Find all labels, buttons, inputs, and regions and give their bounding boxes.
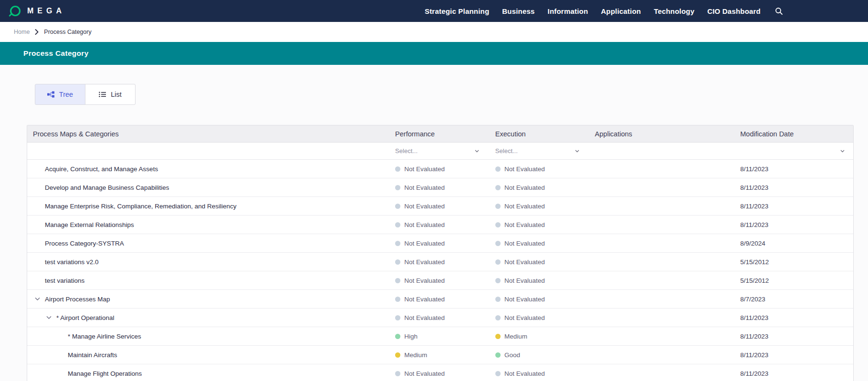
row-date: 8/11/2023 — [740, 165, 853, 173]
execution-filter-select[interactable]: Select... — [495, 147, 581, 154]
page-title-band: Process Category — [0, 42, 868, 65]
chevron-down-icon — [840, 150, 845, 153]
performance-status-dot — [395, 334, 400, 339]
brand[interactable]: MEGA — [9, 5, 65, 18]
column-header-execution: Execution — [495, 130, 595, 138]
chevron-down-icon — [575, 150, 579, 153]
expand-chevron-icon[interactable] — [46, 316, 52, 319]
row-name[interactable]: Airport Processes Map — [45, 296, 110, 303]
table-row[interactable]: Manage External Relationships Not Evalua… — [27, 216, 853, 234]
table-row[interactable]: Manage Enterprise Risk, Compliance, Reme… — [27, 197, 853, 216]
execution-status-label: Not Evaluated — [504, 184, 545, 191]
row-name[interactable]: test variations v2.0 — [45, 258, 99, 266]
breadcrumb-home[interactable]: Home — [14, 29, 30, 35]
execution-status-dot — [495, 371, 501, 376]
execution-status-dot — [495, 352, 501, 358]
row-name[interactable]: Acquire, Construct, and Manage Assets — [45, 165, 158, 173]
row-name[interactable]: Manage External Relationships — [45, 221, 134, 228]
performance-cell: Not Evaluated — [395, 296, 495, 303]
performance-filter-select[interactable]: Select... — [395, 147, 481, 154]
execution-status-label: Not Evaluated — [504, 165, 545, 173]
execution-status-label: Not Evaluated — [504, 277, 545, 284]
top-nav: Strategic Planning Business Information … — [425, 7, 783, 15]
table-row[interactable]: Maintain Aircrafts Medium Good 8/11/2023 — [27, 346, 853, 364]
table-row[interactable]: test variations Not Evaluated Not Evalua… — [27, 271, 853, 290]
performance-status-label: Not Evaluated — [404, 221, 445, 228]
row-name-cell: Process Category-SYSTRA — [27, 240, 395, 247]
nav-item-technology[interactable]: Technology — [654, 7, 694, 15]
row-name[interactable]: Manage Enterprise Risk, Compliance, Reme… — [45, 203, 236, 210]
table-row[interactable]: Acquire, Construct, and Manage Assets No… — [27, 160, 853, 178]
list-view-button[interactable]: List — [85, 84, 136, 105]
execution-status-dot — [495, 259, 501, 265]
performance-cell: Not Evaluated — [395, 277, 495, 284]
filter-row: Select... Select... — [27, 143, 853, 160]
performance-cell: Medium — [395, 351, 495, 359]
performance-cell: Not Evaluated — [395, 258, 495, 266]
execution-cell: Medium — [495, 333, 595, 340]
performance-status-dot — [395, 204, 400, 209]
row-name[interactable]: Maintain Aircrafts — [68, 351, 117, 359]
nav-item-business[interactable]: Business — [502, 7, 534, 15]
nav-item-application[interactable]: Application — [601, 7, 641, 15]
performance-status-label: Not Evaluated — [404, 370, 445, 377]
expand-chevron-icon[interactable] — [35, 298, 40, 301]
table-row[interactable]: * Manage Airline Services High Medium 8/… — [27, 327, 853, 346]
nav-item-information[interactable]: Information — [548, 7, 588, 15]
row-name[interactable]: Process Category-SYSTRA — [45, 240, 124, 247]
nav-item-cio-dashboard[interactable]: CIO Dashboard — [707, 7, 761, 15]
performance-status-dot — [395, 278, 400, 283]
performance-cell: Not Evaluated — [395, 165, 495, 173]
row-date: 8/9/2024 — [740, 240, 853, 247]
page-title: Process Category — [23, 49, 89, 58]
row-name[interactable]: test variations — [45, 277, 84, 284]
date-filter-select[interactable] — [740, 150, 853, 153]
table-row[interactable]: Manage Flight Operations Not Evaluated N… — [27, 364, 853, 381]
performance-status-label: Not Evaluated — [404, 296, 445, 303]
performance-cell: Not Evaluated — [395, 240, 495, 247]
row-name-cell: Develop and Manage Business Capabilities — [27, 184, 395, 191]
table-row[interactable]: * Airport Operational Not Evaluated Not … — [27, 309, 853, 327]
performance-status-label: Not Evaluated — [404, 165, 445, 173]
execution-status-label: Not Evaluated — [504, 258, 545, 266]
execution-status-label: Not Evaluated — [504, 240, 545, 247]
execution-cell: Not Evaluated — [495, 184, 595, 191]
row-name[interactable]: * Manage Airline Services — [68, 333, 141, 340]
row-name-cell: * Airport Operational — [27, 314, 395, 321]
table-row[interactable]: Airport Processes Map Not Evaluated Not … — [27, 290, 853, 309]
row-date: 5/15/2012 — [740, 258, 853, 266]
performance-cell: Not Evaluated — [395, 370, 495, 377]
performance-status-dot — [395, 352, 400, 358]
row-name[interactable]: Manage Flight Operations — [68, 370, 142, 377]
execution-cell: Not Evaluated — [495, 165, 595, 173]
execution-status-dot — [495, 297, 501, 302]
table-row[interactable]: Develop and Manage Business Capabilities… — [27, 178, 853, 197]
execution-status-dot — [495, 334, 501, 339]
execution-filter-placeholder: Select... — [495, 147, 518, 154]
performance-cell: Not Evaluated — [395, 184, 495, 191]
execution-status-dot — [495, 204, 501, 209]
table-row[interactable]: Process Category-SYSTRA Not Evaluated No… — [27, 234, 853, 253]
breadcrumb: Home Process Category — [0, 22, 868, 42]
row-name[interactable]: * Airport Operational — [56, 314, 115, 321]
row-name-cell: test variations v2.0 — [27, 258, 395, 266]
chevron-down-icon — [475, 150, 479, 153]
table-row[interactable]: test variations v2.0 Not Evaluated Not E… — [27, 253, 853, 271]
performance-status-dot — [395, 315, 400, 320]
row-date: 8/11/2023 — [740, 351, 853, 359]
execution-cell: Good — [495, 351, 595, 359]
performance-status-dot — [395, 185, 400, 190]
breadcrumb-chevron-icon — [35, 29, 39, 35]
row-name[interactable]: Develop and Manage Business Capabilities — [45, 184, 169, 191]
row-name-cell: Airport Processes Map — [27, 296, 395, 303]
row-name-cell: * Manage Airline Services — [27, 333, 395, 340]
performance-status-label: Not Evaluated — [404, 277, 445, 284]
tree-icon — [47, 91, 54, 98]
row-date: 8/7/2023 — [740, 296, 853, 303]
search-icon[interactable] — [775, 7, 783, 15]
nav-item-strategic-planning[interactable]: Strategic Planning — [425, 7, 489, 15]
tree-view-button[interactable]: Tree — [35, 84, 85, 105]
performance-status-dot — [395, 222, 400, 227]
row-date: 8/11/2023 — [740, 221, 853, 228]
performance-status-label: Not Evaluated — [404, 184, 445, 191]
